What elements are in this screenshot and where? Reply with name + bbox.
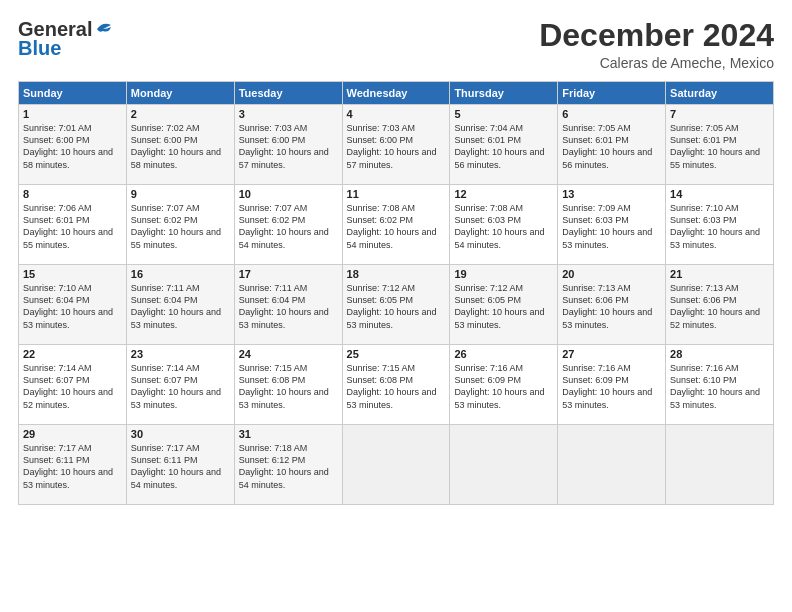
day-cell: 11 Sunrise: 7:08 AMSunset: 6:02 PMDaylig…: [342, 185, 450, 265]
day-cell: 25 Sunrise: 7:15 AMSunset: 6:08 PMDaylig…: [342, 345, 450, 425]
day-info: Sunrise: 7:16 AMSunset: 6:10 PMDaylight:…: [670, 363, 760, 409]
day-cell: 28 Sunrise: 7:16 AMSunset: 6:10 PMDaylig…: [666, 345, 774, 425]
weekday-header-row: Sunday Monday Tuesday Wednesday Thursday…: [19, 82, 774, 105]
day-info: Sunrise: 7:18 AMSunset: 6:12 PMDaylight:…: [239, 443, 329, 489]
day-info: Sunrise: 7:05 AMSunset: 6:01 PMDaylight:…: [670, 123, 760, 169]
day-number: 11: [347, 188, 446, 200]
day-number: 4: [347, 108, 446, 120]
day-info: Sunrise: 7:11 AMSunset: 6:04 PMDaylight:…: [239, 283, 329, 329]
day-number: 21: [670, 268, 769, 280]
week-row-1: 8 Sunrise: 7:06 AMSunset: 6:01 PMDayligh…: [19, 185, 774, 265]
day-cell: 30 Sunrise: 7:17 AMSunset: 6:11 PMDaylig…: [126, 425, 234, 505]
day-number: 10: [239, 188, 338, 200]
header-saturday: Saturday: [666, 82, 774, 105]
day-info: Sunrise: 7:04 AMSunset: 6:01 PMDaylight:…: [454, 123, 544, 169]
day-cell: 23 Sunrise: 7:14 AMSunset: 6:07 PMDaylig…: [126, 345, 234, 425]
calendar: Sunday Monday Tuesday Wednesday Thursday…: [18, 81, 774, 505]
day-info: Sunrise: 7:14 AMSunset: 6:07 PMDaylight:…: [23, 363, 113, 409]
day-cell: 2 Sunrise: 7:02 AMSunset: 6:00 PMDayligh…: [126, 105, 234, 185]
day-number: 15: [23, 268, 122, 280]
day-info: Sunrise: 7:17 AMSunset: 6:11 PMDaylight:…: [131, 443, 221, 489]
day-number: 31: [239, 428, 338, 440]
day-info: Sunrise: 7:16 AMSunset: 6:09 PMDaylight:…: [454, 363, 544, 409]
day-number: 16: [131, 268, 230, 280]
day-cell: [666, 425, 774, 505]
location: Caleras de Ameche, Mexico: [539, 55, 774, 71]
header-sunday: Sunday: [19, 82, 127, 105]
logo-blue: Blue: [18, 37, 61, 60]
day-cell: [450, 425, 558, 505]
day-number: 22: [23, 348, 122, 360]
day-cell: 22 Sunrise: 7:14 AMSunset: 6:07 PMDaylig…: [19, 345, 127, 425]
day-number: 25: [347, 348, 446, 360]
day-number: 26: [454, 348, 553, 360]
header-wednesday: Wednesday: [342, 82, 450, 105]
day-number: 18: [347, 268, 446, 280]
day-number: 28: [670, 348, 769, 360]
day-info: Sunrise: 7:13 AMSunset: 6:06 PMDaylight:…: [562, 283, 652, 329]
day-number: 23: [131, 348, 230, 360]
day-cell: 1 Sunrise: 7:01 AMSunset: 6:00 PMDayligh…: [19, 105, 127, 185]
day-cell: 10 Sunrise: 7:07 AMSunset: 6:02 PMDaylig…: [234, 185, 342, 265]
week-row-4: 29 Sunrise: 7:17 AMSunset: 6:11 PMDaylig…: [19, 425, 774, 505]
day-cell: [342, 425, 450, 505]
day-number: 6: [562, 108, 661, 120]
day-cell: 27 Sunrise: 7:16 AMSunset: 6:09 PMDaylig…: [558, 345, 666, 425]
day-info: Sunrise: 7:06 AMSunset: 6:01 PMDaylight:…: [23, 203, 113, 249]
day-info: Sunrise: 7:11 AMSunset: 6:04 PMDaylight:…: [131, 283, 221, 329]
day-info: Sunrise: 7:02 AMSunset: 6:00 PMDaylight:…: [131, 123, 221, 169]
day-number: 24: [239, 348, 338, 360]
day-info: Sunrise: 7:16 AMSunset: 6:09 PMDaylight:…: [562, 363, 652, 409]
day-info: Sunrise: 7:08 AMSunset: 6:03 PMDaylight:…: [454, 203, 544, 249]
day-info: Sunrise: 7:03 AMSunset: 6:00 PMDaylight:…: [239, 123, 329, 169]
day-cell: 9 Sunrise: 7:07 AMSunset: 6:02 PMDayligh…: [126, 185, 234, 265]
day-cell: 26 Sunrise: 7:16 AMSunset: 6:09 PMDaylig…: [450, 345, 558, 425]
day-number: 12: [454, 188, 553, 200]
header-friday: Friday: [558, 82, 666, 105]
day-number: 5: [454, 108, 553, 120]
day-info: Sunrise: 7:07 AMSunset: 6:02 PMDaylight:…: [239, 203, 329, 249]
week-row-0: 1 Sunrise: 7:01 AMSunset: 6:00 PMDayligh…: [19, 105, 774, 185]
day-cell: 18 Sunrise: 7:12 AMSunset: 6:05 PMDaylig…: [342, 265, 450, 345]
day-number: 13: [562, 188, 661, 200]
day-cell: [558, 425, 666, 505]
day-cell: 19 Sunrise: 7:12 AMSunset: 6:05 PMDaylig…: [450, 265, 558, 345]
day-cell: 12 Sunrise: 7:08 AMSunset: 6:03 PMDaylig…: [450, 185, 558, 265]
day-cell: 5 Sunrise: 7:04 AMSunset: 6:01 PMDayligh…: [450, 105, 558, 185]
day-number: 30: [131, 428, 230, 440]
day-info: Sunrise: 7:17 AMSunset: 6:11 PMDaylight:…: [23, 443, 113, 489]
header: General Blue December 2024 Caleras de Am…: [18, 18, 774, 71]
day-info: Sunrise: 7:08 AMSunset: 6:02 PMDaylight:…: [347, 203, 437, 249]
day-cell: 29 Sunrise: 7:17 AMSunset: 6:11 PMDaylig…: [19, 425, 127, 505]
day-number: 1: [23, 108, 122, 120]
day-info: Sunrise: 7:10 AMSunset: 6:04 PMDaylight:…: [23, 283, 113, 329]
day-number: 7: [670, 108, 769, 120]
day-info: Sunrise: 7:12 AMSunset: 6:05 PMDaylight:…: [347, 283, 437, 329]
day-number: 14: [670, 188, 769, 200]
day-number: 3: [239, 108, 338, 120]
day-cell: 13 Sunrise: 7:09 AMSunset: 6:03 PMDaylig…: [558, 185, 666, 265]
day-cell: 4 Sunrise: 7:03 AMSunset: 6:00 PMDayligh…: [342, 105, 450, 185]
day-cell: 6 Sunrise: 7:05 AMSunset: 6:01 PMDayligh…: [558, 105, 666, 185]
day-cell: 21 Sunrise: 7:13 AMSunset: 6:06 PMDaylig…: [666, 265, 774, 345]
month-title: December 2024: [539, 18, 774, 53]
logo-bird-icon: [93, 21, 115, 37]
day-info: Sunrise: 7:03 AMSunset: 6:00 PMDaylight:…: [347, 123, 437, 169]
day-number: 17: [239, 268, 338, 280]
day-number: 9: [131, 188, 230, 200]
week-row-2: 15 Sunrise: 7:10 AMSunset: 6:04 PMDaylig…: [19, 265, 774, 345]
logo: General Blue: [18, 18, 115, 60]
day-info: Sunrise: 7:07 AMSunset: 6:02 PMDaylight:…: [131, 203, 221, 249]
day-info: Sunrise: 7:05 AMSunset: 6:01 PMDaylight:…: [562, 123, 652, 169]
day-info: Sunrise: 7:14 AMSunset: 6:07 PMDaylight:…: [131, 363, 221, 409]
header-tuesday: Tuesday: [234, 82, 342, 105]
week-row-3: 22 Sunrise: 7:14 AMSunset: 6:07 PMDaylig…: [19, 345, 774, 425]
day-number: 20: [562, 268, 661, 280]
day-cell: 20 Sunrise: 7:13 AMSunset: 6:06 PMDaylig…: [558, 265, 666, 345]
day-cell: 7 Sunrise: 7:05 AMSunset: 6:01 PMDayligh…: [666, 105, 774, 185]
day-number: 8: [23, 188, 122, 200]
day-number: 27: [562, 348, 661, 360]
day-cell: 8 Sunrise: 7:06 AMSunset: 6:01 PMDayligh…: [19, 185, 127, 265]
day-cell: 3 Sunrise: 7:03 AMSunset: 6:00 PMDayligh…: [234, 105, 342, 185]
day-info: Sunrise: 7:12 AMSunset: 6:05 PMDaylight:…: [454, 283, 544, 329]
